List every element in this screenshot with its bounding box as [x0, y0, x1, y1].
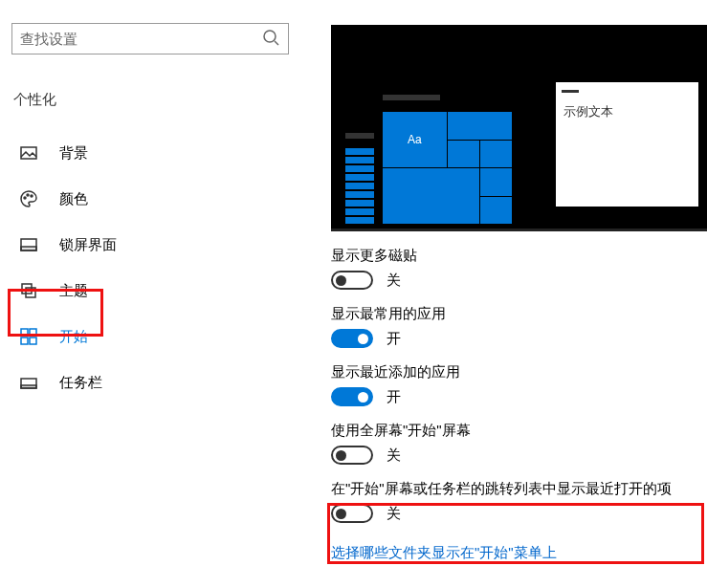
start-icon [19, 327, 38, 346]
svg-rect-10 [21, 329, 28, 336]
nav-label: 任务栏 [59, 374, 102, 392]
content-pane: Aa 示例文本 显示更多磁贴 关 显示最常用的应用 [297, 0, 707, 588]
svg-point-0 [264, 31, 276, 42]
toggle-more-tiles[interactable] [331, 271, 373, 290]
toggle-state: 关 [387, 446, 401, 465]
setting-label: 显示更多磁贴 [331, 247, 707, 265]
toggle-jumplist-recent[interactable] [331, 504, 373, 523]
toggle-fullscreen-start[interactable] [331, 446, 373, 465]
nav-label: 开始 [59, 328, 88, 346]
svg-rect-7 [21, 247, 36, 250]
svg-rect-2 [21, 147, 36, 159]
setting-fullscreen-start: 使用全屏幕"开始"屏幕 关 [331, 422, 707, 465]
nav-item-taskbar[interactable]: 任务栏 [0, 359, 297, 405]
setting-more-tiles: 显示更多磁贴 关 [331, 247, 707, 290]
preview-window: 示例文本 [556, 82, 698, 207]
nav-item-colors[interactable]: 颜色 [0, 176, 297, 222]
svg-rect-9 [26, 288, 35, 297]
nav-item-themes[interactable]: 主题 [0, 268, 297, 314]
link-choose-folders[interactable]: 选择哪些文件夹显示在"开始"菜单上 [331, 544, 707, 562]
svg-rect-8 [22, 284, 32, 294]
svg-rect-13 [30, 338, 36, 344]
svg-line-1 [275, 41, 278, 45]
preview-sample-text: 示例文本 [556, 99, 698, 207]
setting-recently-added: 显示最近添加的应用 开 [331, 363, 707, 406]
palette-icon [19, 189, 38, 208]
themes-icon [19, 281, 38, 300]
nav-label: 颜色 [59, 190, 88, 208]
toggle-state: 开 [387, 388, 401, 406]
nav-item-lockscreen[interactable]: 锁屏界面 [0, 222, 297, 268]
sidebar: 个性化 背景 颜色 锁屏界面 主题 [0, 0, 297, 588]
svg-point-4 [27, 194, 29, 196]
lockscreen-icon [19, 235, 38, 254]
toggle-state: 开 [387, 330, 401, 348]
image-icon [19, 143, 38, 163]
setting-most-used: 显示最常用的应用 开 [331, 305, 707, 348]
toggle-state: 关 [387, 505, 401, 523]
setting-label: 显示最近添加的应用 [331, 363, 707, 381]
preview-tile-grid: Aa [383, 95, 512, 224]
svg-rect-15 [21, 385, 36, 388]
toggle-most-used[interactable] [331, 329, 373, 348]
setting-label: 在"开始"屏幕或任务栏的跳转列表中显示最近打开的项 [331, 480, 707, 498]
nav-label: 主题 [59, 282, 88, 300]
preview-app-list [341, 95, 379, 224]
toggle-recently-added[interactable] [331, 387, 373, 406]
nav-item-start[interactable]: 开始 [0, 314, 297, 359]
svg-point-3 [24, 197, 26, 199]
svg-rect-12 [21, 338, 28, 344]
setting-jumplist-recent: 在"开始"屏幕或任务栏的跳转列表中显示最近打开的项 关 [331, 480, 707, 523]
svg-point-5 [31, 195, 33, 197]
start-preview: Aa 示例文本 [331, 25, 707, 231]
preview-tile-aa: Aa [383, 112, 447, 167]
setting-label: 使用全屏幕"开始"屏幕 [331, 422, 707, 440]
search-box[interactable] [11, 23, 289, 54]
svg-rect-11 [30, 329, 36, 336]
taskbar-icon [19, 373, 38, 392]
search-input[interactable] [20, 31, 261, 47]
setting-label: 显示最常用的应用 [331, 305, 707, 323]
toggle-state: 关 [387, 272, 401, 290]
nav-item-background[interactable]: 背景 [0, 130, 297, 176]
search-icon [261, 28, 280, 50]
section-heading: 个性化 [0, 74, 297, 130]
nav-label: 锁屏界面 [59, 236, 117, 254]
nav-label: 背景 [59, 144, 88, 163]
